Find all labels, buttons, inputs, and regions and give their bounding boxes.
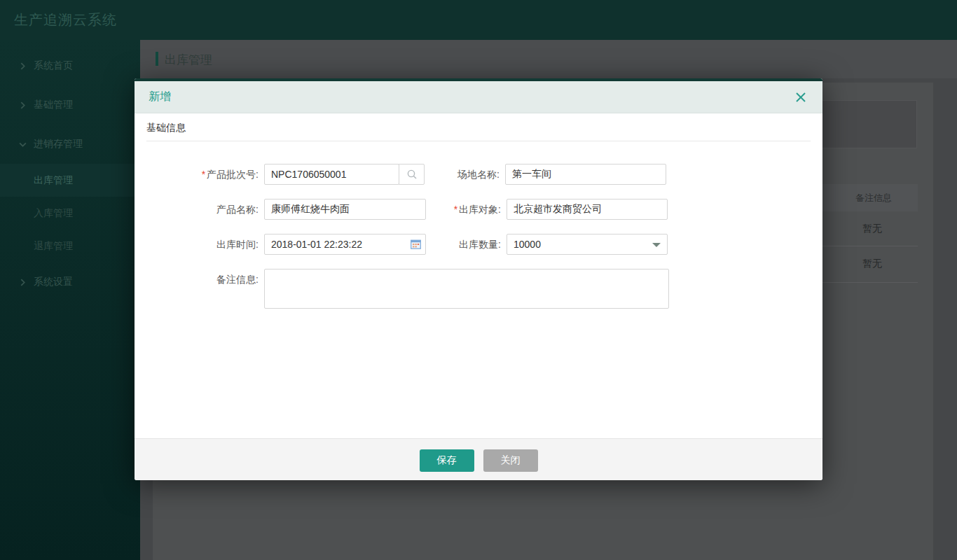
form-row: *产品批次号: 场地名称: xyxy=(135,164,822,185)
remark-textarea[interactable] xyxy=(264,269,669,309)
required-mark: * xyxy=(454,204,457,215)
search-icon xyxy=(406,169,418,180)
outbound-target-input[interactable] xyxy=(507,199,668,220)
dropdown-arrow-icon[interactable] xyxy=(652,243,661,247)
form-row: 出库时间: 出库数量: xyxy=(135,234,822,255)
basic-info-form: *产品批次号: 场地名称: xyxy=(135,164,822,309)
form-row: 备注信息: xyxy=(135,269,822,309)
dialog-title: 新增 xyxy=(149,90,793,104)
section-title: 基础信息 xyxy=(146,122,811,141)
required-mark: * xyxy=(202,169,205,180)
site-name-label: 场地名称: xyxy=(425,164,505,185)
outbound-time-label: 出库时间: xyxy=(135,234,264,255)
product-name-label: 产品名称: xyxy=(135,199,264,220)
save-button[interactable]: 保存 xyxy=(420,449,474,472)
batch-no-input[interactable] xyxy=(264,164,399,185)
outbound-qty-select[interactable] xyxy=(507,234,668,255)
batch-no-label: *产品批次号: xyxy=(135,164,264,185)
form-row: 产品名称: *出库对象: xyxy=(135,199,822,220)
outbound-time-input[interactable] xyxy=(264,234,426,255)
remark-label: 备注信息: xyxy=(135,269,264,290)
dialog-body: 基础信息 *产品批次号: 场地名称: xyxy=(135,113,822,438)
dialog-footer: 保存 关闭 xyxy=(135,438,822,480)
close-button[interactable]: 关闭 xyxy=(483,449,538,472)
calendar-icon[interactable] xyxy=(411,239,421,249)
outbound-qty-label: 出库数量: xyxy=(426,234,507,255)
add-record-dialog: 新增 基础信息 *产品批次号: xyxy=(135,78,822,480)
dialog-header: 新增 xyxy=(135,81,822,113)
product-name-input[interactable] xyxy=(264,199,426,220)
close-icon[interactable] xyxy=(793,90,808,105)
outbound-target-label: *出库对象: xyxy=(426,199,507,220)
batch-search-button[interactable] xyxy=(399,164,425,185)
site-name-input[interactable] xyxy=(505,164,666,185)
